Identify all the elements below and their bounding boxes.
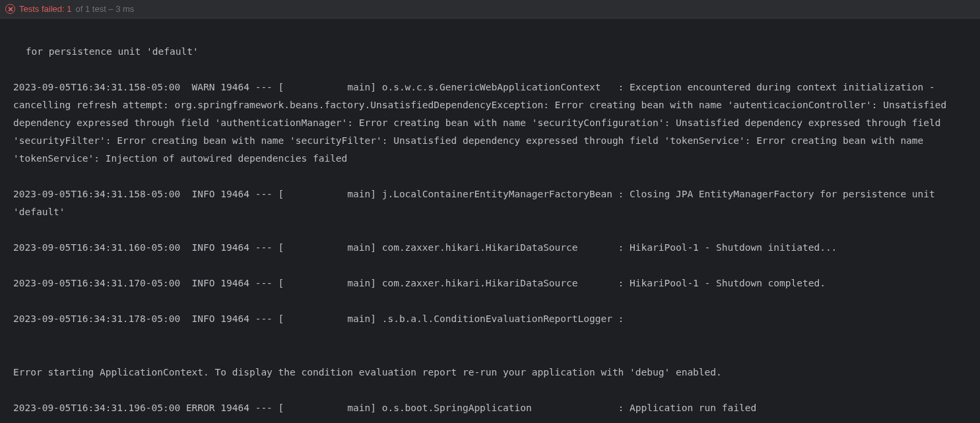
- log-line: Error starting ApplicationContext. To di…: [13, 364, 967, 381]
- test-status-bar: Tests failed: 1 of 1 test – 3 ms: [0, 0, 980, 18]
- log-line: 2023-09-05T16:34:31.160-05:00 INFO 19464…: [13, 239, 967, 257]
- log-line: 2023-09-05T16:34:31.158-05:00 INFO 19464…: [13, 185, 967, 221]
- log-line: 2023-09-05T16:34:31.158-05:00 WARN 19464…: [13, 79, 967, 168]
- log-line: 2023-09-05T16:34:31.170-05:00 INFO 19464…: [13, 275, 967, 292]
- log-line: for persistence unit 'default': [13, 43, 967, 61]
- log-line: 2023-09-05T16:34:31.178-05:00 INFO 19464…: [13, 310, 967, 328]
- fail-icon: [5, 4, 15, 14]
- tests-failed-count: Tests failed: 1: [19, 0, 72, 18]
- log-line: 2023-09-05T16:34:31.196-05:00 ERROR 1946…: [13, 399, 967, 417]
- console-output[interactable]: for persistence unit 'default' 2023-09-0…: [0, 18, 980, 423]
- tests-summary: of 1 test – 3 ms: [76, 0, 135, 18]
